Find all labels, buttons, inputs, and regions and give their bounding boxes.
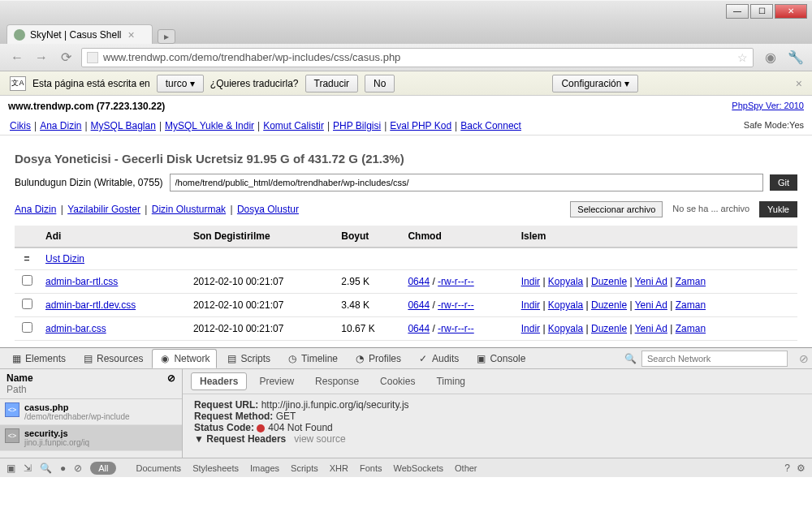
- devtools-close-icon[interactable]: ⊘: [799, 352, 809, 365]
- menu-link[interactable]: Ana Dizin: [40, 120, 81, 131]
- menu-link[interactable]: Eval PHP Kod: [390, 120, 451, 131]
- file-link[interactable]: admin-bar.css: [45, 323, 106, 334]
- globe-icon[interactable]: ◉: [765, 49, 776, 65]
- perm-link[interactable]: -rw-r--r--: [438, 299, 474, 311]
- action-link[interactable]: Dizin Olusturmak: [152, 204, 226, 215]
- dock-icon[interactable]: ⇲: [24, 463, 32, 474]
- select-file-button[interactable]: Seleccionar archivo: [570, 201, 663, 217]
- detail-tab-preview[interactable]: Preview: [250, 372, 303, 390]
- file-action-link[interactable]: Indir: [521, 323, 540, 334]
- close-button[interactable]: ✕: [775, 4, 807, 19]
- filter-other[interactable]: Other: [455, 463, 477, 473]
- row-checkbox[interactable]: [22, 275, 32, 286]
- filter-websockets[interactable]: WebSockets: [393, 463, 443, 473]
- request-item[interactable]: <>casus.php/demo/trendhaber/wp-include: [0, 399, 182, 425]
- profiles-icon: ◔: [354, 353, 365, 364]
- url-bar[interactable]: www.trendwp.com/demo/trendhaber/wp-inclu…: [81, 48, 754, 67]
- network-icon: ◉: [159, 353, 171, 364]
- devtools-tab-audits[interactable]: ✓Audits: [410, 349, 466, 368]
- detail-tab-timing[interactable]: Timing: [427, 372, 474, 390]
- file-action-link[interactable]: Zaman: [676, 323, 706, 334]
- minimize-button[interactable]: —: [726, 4, 749, 19]
- file-action-link[interactable]: Yeni Ad: [635, 299, 667, 311]
- browser-tab[interactable]: SkyNet | Casus Shell ×: [6, 24, 153, 44]
- tab-close-icon[interactable]: ×: [128, 28, 135, 41]
- filter-all[interactable]: All: [90, 462, 116, 475]
- detail-tab-response[interactable]: Response: [306, 372, 368, 390]
- network-search-input[interactable]: [641, 351, 788, 367]
- language-dropdown[interactable]: turco ▾: [157, 75, 204, 93]
- devtools-tab-scripts[interactable]: ▤Scripts: [218, 349, 278, 368]
- menu-link[interactable]: MySQL Baglan: [91, 120, 156, 131]
- table-row: admin-bar-rtl.dev.css2012-02-10 00:21:07…: [15, 294, 797, 317]
- search-icon[interactable]: 🔍: [40, 463, 52, 474]
- file-action-link[interactable]: Yeni Ad: [635, 323, 667, 334]
- help-icon[interactable]: ?: [784, 463, 790, 474]
- file-action-link[interactable]: Indir: [521, 299, 540, 311]
- parent-dir-link[interactable]: Ust Dizin: [45, 253, 84, 265]
- back-button[interactable]: ←: [8, 49, 26, 67]
- filter-fonts[interactable]: Fonts: [360, 463, 382, 473]
- menu-link[interactable]: Cikis: [10, 120, 31, 131]
- clear-icon[interactable]: ⊘: [74, 463, 82, 474]
- menu-link[interactable]: Back Connect: [460, 120, 521, 131]
- wrench-icon[interactable]: 🔧: [788, 49, 804, 65]
- file-action-link[interactable]: Indir: [521, 276, 540, 287]
- detail-tab-cookies[interactable]: Cookies: [371, 372, 424, 390]
- upload-button[interactable]: Yukle: [759, 201, 797, 217]
- gear-icon[interactable]: ⚙: [797, 463, 806, 474]
- devtools-tab-profiles[interactable]: ◔Profiles: [347, 349, 408, 368]
- menu-link[interactable]: Komut Calistir: [263, 120, 324, 131]
- file-action-link[interactable]: Zaman: [676, 299, 706, 311]
- chmod-link[interactable]: 0644: [408, 299, 430, 311]
- reload-button[interactable]: ⟳: [57, 49, 75, 67]
- no-button[interactable]: No: [365, 75, 395, 93]
- file-action-link[interactable]: Kopyala: [548, 323, 583, 334]
- file-action-link[interactable]: Kopyala: [548, 299, 583, 311]
- config-button[interactable]: Configuración ▾: [552, 75, 637, 93]
- action-link[interactable]: Yazilabilir Goster: [67, 204, 140, 215]
- console-icon[interactable]: ▣: [6, 463, 15, 474]
- filter-xhr[interactable]: XHR: [330, 463, 348, 473]
- filter-documents[interactable]: Documents: [136, 463, 181, 473]
- file-action-link[interactable]: Duzenle: [591, 299, 627, 311]
- file-action-link[interactable]: Duzenle: [591, 276, 627, 287]
- record-icon[interactable]: ●: [60, 463, 66, 474]
- row-checkbox[interactable]: [22, 299, 32, 309]
- clear-icon[interactable]: ⊘: [167, 372, 175, 395]
- menu-link[interactable]: PHP Bilgisi: [333, 120, 381, 131]
- action-link[interactable]: Ana Dizin: [15, 204, 56, 215]
- maximize-button[interactable]: ☐: [750, 4, 773, 19]
- close-bar-icon[interactable]: ×: [796, 77, 802, 90]
- detail-tab-headers[interactable]: Headers: [191, 372, 247, 390]
- file-action-link[interactable]: Yeni Ad: [635, 276, 667, 287]
- file-action-link[interactable]: Kopyala: [548, 276, 583, 287]
- perm-link[interactable]: -rw-r--r--: [438, 323, 474, 334]
- devtools-tab-resources[interactable]: ▤Resources: [75, 349, 150, 368]
- file-action-link[interactable]: Duzenle: [591, 323, 627, 334]
- chmod-link[interactable]: 0644: [408, 276, 430, 287]
- devtools-tab-timeline[interactable]: ◷Timeline: [279, 349, 345, 368]
- perm-link[interactable]: -rw-r--r--: [438, 276, 474, 287]
- row-checkbox[interactable]: [22, 322, 32, 333]
- action-link[interactable]: Dosya Olustur: [237, 204, 299, 215]
- filter-stylesheets[interactable]: Stylesheets: [192, 463, 239, 473]
- chmod-link[interactable]: 0644: [408, 323, 430, 334]
- bookmark-icon[interactable]: ☆: [737, 51, 748, 64]
- file-action-link[interactable]: Zaman: [676, 276, 706, 287]
- filter-scripts[interactable]: Scripts: [291, 463, 318, 473]
- devtools-tab-elements[interactable]: ▦Elements: [3, 349, 73, 368]
- request-item[interactable]: <>security.jsjino.ji.funpic.org/iq: [0, 425, 182, 451]
- translate-button[interactable]: Traducir: [305, 75, 359, 93]
- filter-images[interactable]: Images: [250, 463, 279, 473]
- version-link[interactable]: PhpSpy Ver: 2010: [732, 101, 804, 112]
- menu-link[interactable]: MySQL Yukle & Indir: [165, 120, 254, 131]
- file-link[interactable]: admin-bar-rtl.dev.css: [45, 299, 136, 311]
- devtools-tab-network[interactable]: ◉Network: [152, 349, 217, 368]
- forward-button[interactable]: →: [32, 49, 50, 67]
- file-link[interactable]: admin-bar-rtl.css: [45, 276, 118, 287]
- new-tab-button[interactable]: ▸: [158, 29, 175, 44]
- go-button[interactable]: Git: [770, 174, 797, 191]
- devtools-tab-console[interactable]: ▣Console: [468, 349, 533, 368]
- path-input[interactable]: [170, 174, 763, 191]
